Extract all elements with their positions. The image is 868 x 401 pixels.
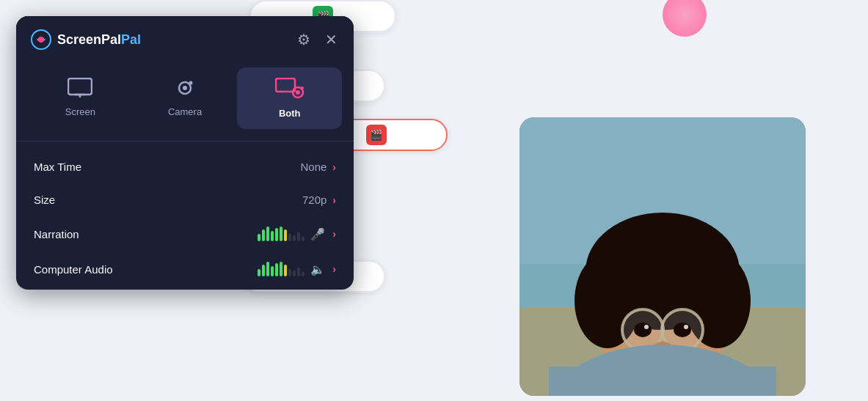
max-time-value: None: [300, 161, 327, 173]
svg-point-16: [662, 309, 703, 350]
size-arrow: ›: [332, 194, 336, 206]
panel-header: ScreenPalPal ⚙ ✕: [16, 16, 354, 62]
setting-row-max-time[interactable]: Max Time None ›: [16, 150, 354, 183]
svg-point-22: [549, 345, 776, 396]
logo-area: ScreenPalPal: [31, 29, 141, 50]
logo-pal-text: Pal: [121, 32, 141, 47]
audio-bar: [293, 271, 296, 276]
tab-both[interactable]: Both: [237, 67, 342, 129]
narration-arrow: ›: [332, 228, 336, 240]
svg-rect-2: [519, 308, 806, 396]
tab-screen-label: Screen: [65, 106, 95, 117]
audio-bar: [293, 235, 296, 241]
audio-bar: [297, 232, 300, 241]
camera-preview: [519, 117, 806, 396]
svg-point-13: [662, 309, 703, 350]
setting-row-narration[interactable]: Narration 🎤 ›: [16, 216, 354, 251]
computer-audio-bars: [258, 262, 304, 276]
svg-point-10: [663, 224, 721, 297]
svg-rect-23: [549, 367, 776, 396]
pill-icon-3: 🎬: [366, 125, 387, 145]
svg-point-9: [604, 227, 663, 301]
settings-button[interactable]: ⚙: [296, 31, 312, 48]
mode-tabs: Screen Camera Both: [16, 62, 354, 141]
audio-bar: [275, 228, 278, 241]
screen-icon: [68, 78, 92, 102]
audio-bar: [266, 262, 269, 276]
tab-camera-label: Camera: [168, 106, 202, 117]
screenpal-panel: ScreenPalPal ⚙ ✕ Screen: [16, 16, 354, 290]
gear-icon: ⚙: [297, 32, 310, 48]
size-value: 720p: [302, 194, 327, 206]
panel-divider: [16, 141, 354, 141]
svg-rect-1: [519, 117, 806, 264]
audio-bar: [302, 237, 304, 241]
size-label: Size: [34, 194, 129, 206]
svg-point-34: [296, 90, 300, 95]
camera-icon: [172, 78, 197, 102]
svg-rect-32: [276, 78, 295, 92]
narration-bars: [258, 227, 304, 241]
audio-bar: [288, 269, 291, 276]
logo-screen-text: ScreenPal: [57, 32, 121, 47]
svg-point-15: [622, 309, 663, 350]
svg-point-35: [301, 87, 304, 89]
deco-circle: [663, 0, 707, 37]
audio-bar: [280, 262, 282, 276]
settings-list: Max Time None › Size 720p › Narration 🎤 …: [16, 144, 354, 290]
audio-bar: [262, 229, 265, 241]
audio-bar: [258, 269, 260, 276]
audio-bar: [275, 263, 278, 276]
mic-icon: 🎤: [310, 227, 325, 241]
audio-bar: [271, 231, 274, 241]
audio-bar: [266, 227, 269, 241]
audio-bar: [288, 234, 291, 241]
svg-rect-26: [68, 78, 92, 95]
logo-text: ScreenPalPal: [57, 32, 141, 48]
svg-point-31: [189, 81, 193, 85]
audio-bar: [271, 266, 274, 276]
computer-audio-label: Computer Audio: [34, 263, 129, 276]
max-time-label: Max Time: [34, 161, 129, 173]
svg-point-25: [38, 37, 44, 43]
tab-both-label: Both: [279, 108, 301, 119]
svg-point-7: [575, 253, 641, 348]
svg-point-21: [652, 342, 673, 355]
audio-bar: [280, 227, 282, 241]
audio-bar: [262, 265, 265, 276]
svg-rect-4: [644, 345, 681, 381]
narration-label: Narration: [34, 228, 129, 240]
computer-audio-arrow: ›: [332, 263, 336, 275]
tab-screen[interactable]: Screen: [28, 67, 133, 129]
svg-point-18: [674, 323, 691, 337]
svg-point-12: [622, 309, 663, 350]
close-icon: ✕: [325, 32, 338, 48]
max-time-arrow: ›: [332, 161, 336, 173]
tab-camera[interactable]: Camera: [133, 67, 238, 129]
audio-bar: [302, 272, 304, 276]
svg-point-17: [634, 323, 652, 337]
svg-rect-0: [519, 117, 806, 396]
screenpal-logo-icon: [31, 29, 51, 50]
svg-point-3: [560, 359, 765, 396]
svg-point-30: [183, 86, 187, 90]
speaker-icon: 🔈: [310, 262, 325, 276]
svg-point-11: [619, 220, 707, 286]
svg-point-6: [586, 213, 740, 330]
svg-point-20: [684, 325, 688, 329]
setting-row-computer-audio[interactable]: Computer Audio 🔈 ›: [16, 251, 354, 287]
audio-bar: [258, 234, 260, 241]
setting-row-size[interactable]: Size 720p ›: [16, 183, 354, 216]
both-icon: [275, 78, 304, 103]
header-actions: ⚙ ✕: [296, 31, 339, 48]
audio-bar: [284, 229, 287, 241]
svg-point-19: [644, 325, 649, 329]
close-button[interactable]: ✕: [324, 31, 339, 48]
audio-bar: [297, 268, 300, 276]
svg-point-8: [685, 253, 751, 348]
svg-point-5: [600, 260, 725, 396]
audio-bar: [284, 265, 287, 276]
